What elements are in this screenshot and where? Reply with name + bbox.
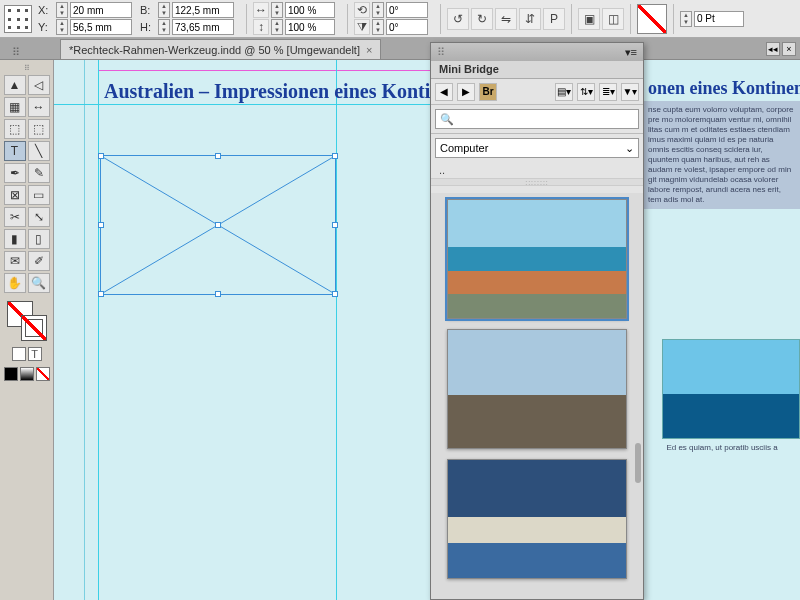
dropdown-chevron-icon: ⌄ bbox=[625, 142, 634, 155]
fill-stroke-swatches[interactable] bbox=[7, 301, 47, 341]
document-tabbar: ⠿ *Rechteck-Rahmen-Werkzeug.indd @ 50 % … bbox=[0, 38, 800, 60]
bridge-sort-icon[interactable]: ⇅▾ bbox=[577, 83, 595, 101]
shear-input[interactable] bbox=[386, 19, 428, 35]
bridge-list-icon[interactable]: ≣▾ bbox=[599, 83, 617, 101]
y-label: Y: bbox=[38, 21, 54, 33]
page-tool[interactable]: ▦ bbox=[4, 97, 26, 117]
panel-collapse-icon[interactable]: ◂◂ bbox=[766, 42, 780, 56]
rotate-spinner[interactable]: ▲▼ bbox=[372, 2, 384, 18]
rectangle-tool[interactable]: ▭ bbox=[28, 185, 50, 205]
bridge-location-value: Computer bbox=[440, 142, 488, 154]
bridge-back-icon[interactable]: ◀ bbox=[435, 83, 453, 101]
content-placer-tool[interactable]: ⬚ bbox=[28, 119, 50, 139]
bridge-divider-grip[interactable]: :::::::: bbox=[431, 178, 643, 186]
scalex-input[interactable] bbox=[285, 2, 335, 18]
h-label: H: bbox=[140, 21, 156, 33]
bridge-grip-icon[interactable]: ⠿ bbox=[437, 46, 446, 59]
rectangle-frame[interactable] bbox=[100, 155, 336, 295]
bridge-location-dropdown[interactable]: Computer ⌄ bbox=[435, 138, 639, 158]
bridge-scrollbar[interactable] bbox=[635, 443, 641, 483]
bridge-filter-icon[interactable]: ▼▾ bbox=[621, 83, 639, 101]
apply-none-icon[interactable] bbox=[36, 367, 50, 381]
thumbnail-3[interactable] bbox=[447, 459, 627, 579]
stroke-spinner[interactable]: ▲▼ bbox=[680, 11, 692, 27]
bridge-forward-icon[interactable]: ▶ bbox=[457, 83, 475, 101]
page-headline: Australien – Impressionen eines Kontinen… bbox=[104, 80, 476, 103]
shear-icon: ⧩ bbox=[354, 19, 370, 35]
bridge-tab[interactable]: Mini Bridge bbox=[431, 61, 643, 79]
free-transform-tool[interactable]: ⤡ bbox=[28, 207, 50, 227]
y-spinner[interactable]: ▲▼ bbox=[56, 19, 68, 35]
bridge-toolbar: ◀ ▶ Br ▤▾ ⇅▾ ≣▾ ▼▾ bbox=[431, 79, 643, 105]
pen-tool[interactable]: ✒ bbox=[4, 163, 26, 183]
rectangle-frame-tool[interactable]: ⊠ bbox=[4, 185, 26, 205]
panel-close-icon[interactable]: × bbox=[782, 42, 796, 56]
facing-page: onen eines Kontinent nse cupta eum volor… bbox=[644, 60, 800, 600]
reference-point-grid[interactable] bbox=[4, 5, 32, 33]
w-spinner[interactable]: ▲▼ bbox=[158, 2, 170, 18]
gradient-swatch-tool[interactable]: ▮ bbox=[4, 229, 26, 249]
rotate-cw-icon[interactable]: ↻ bbox=[471, 8, 493, 30]
select-content-icon[interactable]: ◫ bbox=[602, 8, 624, 30]
thumbnail-2[interactable] bbox=[447, 329, 627, 449]
panel-window-controls: ◂◂ × bbox=[766, 42, 796, 56]
content-collector-tool[interactable]: ⬚ bbox=[4, 119, 26, 139]
tools-grip-icon[interactable]: ⠿ bbox=[24, 64, 30, 73]
scalex-spinner[interactable]: ▲▼ bbox=[271, 2, 283, 18]
gradient-feather-tool[interactable]: ▯ bbox=[28, 229, 50, 249]
bridge-br-icon[interactable]: Br bbox=[479, 83, 497, 101]
select-container-icon[interactable]: ▣ bbox=[578, 8, 600, 30]
bridge-path[interactable]: .. bbox=[431, 162, 643, 178]
flip-h-icon[interactable]: ⇋ bbox=[495, 8, 517, 30]
rotate-icon: ⟲ bbox=[354, 2, 370, 18]
x-spinner[interactable]: ▲▼ bbox=[56, 2, 68, 18]
close-tab-icon[interactable]: × bbox=[366, 44, 372, 56]
zoom-tool[interactable]: 🔍 bbox=[28, 273, 50, 293]
x-input[interactable] bbox=[70, 2, 132, 18]
fill-swatch-icon[interactable] bbox=[637, 4, 667, 34]
page2-image bbox=[662, 339, 800, 439]
scaley-input[interactable] bbox=[285, 19, 335, 35]
bridge-search-input[interactable] bbox=[458, 113, 634, 125]
scissors-tool[interactable]: ✂ bbox=[4, 207, 26, 227]
flip-v-icon[interactable]: ⇵ bbox=[519, 8, 541, 30]
pencil-tool[interactable]: ✎ bbox=[28, 163, 50, 183]
rotate-ccw-icon[interactable]: ↺ bbox=[447, 8, 469, 30]
w-label: B: bbox=[140, 4, 156, 16]
bridge-search-row: 🔍 bbox=[431, 105, 643, 134]
y-input[interactable] bbox=[70, 19, 132, 35]
mini-bridge-panel: ⠿ ▾≡ Mini Bridge ◀ ▶ Br ▤▾ ⇅▾ ≣▾ ▼▾ 🔍 Co… bbox=[430, 42, 644, 600]
scale-y-icon: ↕ bbox=[253, 19, 269, 35]
tools-panel: ⠿ ▲◁ ▦↔ ⬚⬚ T╲ ✒✎ ⊠▭ ✂⤡ ▮▯ ✉✐ ✋🔍 T bbox=[0, 60, 54, 600]
panel-grip-icon[interactable]: ⠿ bbox=[12, 46, 21, 59]
format-text-icon[interactable]: T bbox=[28, 347, 42, 361]
shear-spinner[interactable]: ▲▼ bbox=[372, 19, 384, 35]
type-tool[interactable]: T bbox=[4, 141, 26, 161]
h-input[interactable] bbox=[172, 19, 234, 35]
scaley-spinner[interactable]: ▲▼ bbox=[271, 19, 283, 35]
gap-tool[interactable]: ↔ bbox=[28, 97, 50, 117]
eyedropper-tool[interactable]: ✐ bbox=[28, 251, 50, 271]
page2-headline: onen eines Kontinent bbox=[648, 78, 800, 99]
apply-gradient-icon[interactable] bbox=[20, 367, 34, 381]
w-input[interactable] bbox=[172, 2, 234, 18]
x-label: X: bbox=[38, 4, 54, 16]
format-container-icon[interactable] bbox=[12, 347, 26, 361]
stroke-swatch[interactable] bbox=[21, 315, 47, 341]
h-spinner[interactable]: ▲▼ bbox=[158, 19, 170, 35]
document-tab-title: *Rechteck-Rahmen-Werkzeug.indd @ 50 % [U… bbox=[69, 44, 360, 56]
document-tab[interactable]: *Rechteck-Rahmen-Werkzeug.indd @ 50 % [U… bbox=[60, 39, 381, 59]
thumbnail-1[interactable] bbox=[447, 199, 627, 319]
direct-selection-tool[interactable]: ◁ bbox=[28, 75, 50, 95]
selection-tool[interactable]: ▲ bbox=[4, 75, 26, 95]
note-tool[interactable]: ✉ bbox=[4, 251, 26, 271]
bridge-menu-icon[interactable]: ▾≡ bbox=[625, 46, 637, 59]
bridge-thumbnails bbox=[431, 193, 643, 599]
hand-tool[interactable]: ✋ bbox=[4, 273, 26, 293]
line-tool[interactable]: ╲ bbox=[28, 141, 50, 161]
rotate-input[interactable] bbox=[386, 2, 428, 18]
p-icon[interactable]: P bbox=[543, 8, 565, 30]
stroke-weight-input[interactable] bbox=[694, 11, 744, 27]
bridge-view-icon[interactable]: ▤▾ bbox=[555, 83, 573, 101]
apply-color-icon[interactable] bbox=[4, 367, 18, 381]
